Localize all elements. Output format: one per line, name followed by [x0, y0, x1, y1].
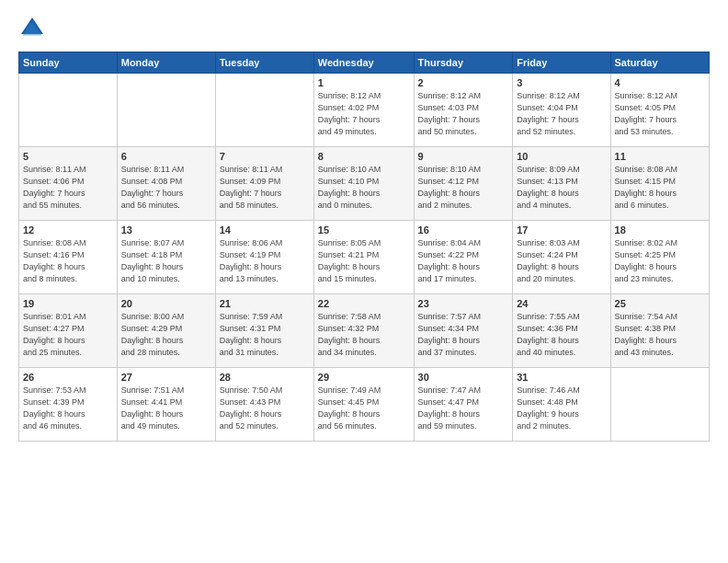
calendar-cell [19, 74, 118, 147]
day-info: Sunrise: 7:49 AMSunset: 4:45 PMDaylight:… [318, 385, 410, 432]
day-number: 12 [23, 224, 113, 236]
calendar-cell: 7Sunrise: 8:11 AMSunset: 4:09 PMDaylight… [215, 147, 313, 221]
calendar-cell: 17Sunrise: 8:03 AMSunset: 4:24 PMDayligh… [513, 221, 610, 294]
calendar-cell: 1Sunrise: 8:12 AMSunset: 4:02 PMDaylight… [313, 74, 414, 147]
day-number: 20 [121, 298, 211, 309]
day-info: Sunrise: 8:08 AMSunset: 4:16 PMDaylight:… [23, 237, 113, 285]
day-info: Sunrise: 7:46 AMSunset: 4:48 PMDaylight:… [517, 385, 606, 432]
day-number: 7 [220, 151, 310, 162]
calendar-cell: 6Sunrise: 8:11 AMSunset: 4:08 PMDaylight… [117, 147, 215, 221]
calendar-week-row: 1Sunrise: 8:12 AMSunset: 4:02 PMDaylight… [19, 74, 710, 147]
day-number: 8 [318, 151, 410, 162]
day-number: 2 [418, 77, 509, 88]
day-number: 30 [418, 372, 509, 383]
day-info: Sunrise: 8:11 AMSunset: 4:09 PMDaylight:… [220, 164, 310, 212]
calendar-cell: 19Sunrise: 8:01 AMSunset: 4:27 PMDayligh… [19, 294, 118, 368]
calendar-cell: 21Sunrise: 7:59 AMSunset: 4:31 PMDayligh… [215, 294, 313, 368]
day-info: Sunrise: 8:06 AMSunset: 4:19 PMDaylight:… [220, 237, 310, 285]
day-number: 26 [23, 372, 113, 383]
day-number: 31 [517, 372, 606, 383]
calendar-week-row: 19Sunrise: 8:01 AMSunset: 4:27 PMDayligh… [19, 294, 710, 368]
weekday-header: Wednesday [313, 52, 414, 74]
day-number: 17 [517, 224, 606, 236]
calendar-cell: 23Sunrise: 7:57 AMSunset: 4:34 PMDayligh… [414, 294, 513, 368]
calendar-week-row: 26Sunrise: 7:53 AMSunset: 4:39 PMDayligh… [19, 368, 710, 442]
day-number: 29 [318, 372, 410, 383]
calendar-cell [610, 368, 709, 442]
day-number: 3 [517, 77, 606, 88]
day-info: Sunrise: 8:03 AMSunset: 4:24 PMDaylight:… [517, 237, 606, 285]
day-number: 13 [121, 224, 211, 236]
calendar-cell: 30Sunrise: 7:47 AMSunset: 4:47 PMDayligh… [414, 368, 513, 442]
day-info: Sunrise: 7:50 AMSunset: 4:43 PMDaylight:… [220, 385, 310, 432]
day-info: Sunrise: 8:12 AMSunset: 4:03 PMDaylight:… [418, 90, 509, 138]
calendar-cell: 5Sunrise: 8:11 AMSunset: 4:06 PMDaylight… [19, 147, 118, 221]
day-info: Sunrise: 8:02 AMSunset: 4:25 PMDaylight:… [615, 237, 705, 285]
day-info: Sunrise: 7:55 AMSunset: 4:36 PMDaylight:… [517, 311, 606, 359]
calendar-table: SundayMondayTuesdayWednesdayThursdayFrid… [18, 52, 710, 442]
day-number: 5 [23, 151, 113, 162]
calendar-cell: 18Sunrise: 8:02 AMSunset: 4:25 PMDayligh… [610, 221, 709, 294]
day-info: Sunrise: 8:00 AMSunset: 4:29 PMDaylight:… [121, 311, 211, 359]
calendar-cell: 28Sunrise: 7:50 AMSunset: 4:43 PMDayligh… [215, 368, 313, 442]
day-info: Sunrise: 8:07 AMSunset: 4:18 PMDaylight:… [121, 237, 211, 285]
calendar-cell [117, 74, 215, 147]
day-number: 10 [517, 151, 606, 162]
day-number: 6 [121, 151, 211, 162]
day-info: Sunrise: 8:04 AMSunset: 4:22 PMDaylight:… [418, 237, 509, 285]
calendar-cell: 27Sunrise: 7:51 AMSunset: 4:41 PMDayligh… [117, 368, 215, 442]
day-info: Sunrise: 7:53 AMSunset: 4:39 PMDaylight:… [23, 385, 113, 432]
day-number: 21 [220, 298, 310, 309]
calendar-cell: 8Sunrise: 8:10 AMSunset: 4:10 PMDaylight… [313, 147, 414, 221]
header [18, 15, 710, 42]
day-info: Sunrise: 7:54 AMSunset: 4:38 PMDaylight:… [615, 311, 705, 359]
day-number: 24 [517, 298, 606, 309]
weekday-header: Saturday [610, 52, 709, 74]
calendar-cell: 29Sunrise: 7:49 AMSunset: 4:45 PMDayligh… [313, 368, 414, 442]
day-number: 23 [418, 298, 509, 309]
day-info: Sunrise: 8:12 AMSunset: 4:02 PMDaylight:… [318, 90, 410, 138]
weekday-header: Tuesday [215, 52, 313, 74]
day-info: Sunrise: 8:11 AMSunset: 4:06 PMDaylight:… [23, 164, 113, 212]
day-info: Sunrise: 8:05 AMSunset: 4:21 PMDaylight:… [318, 237, 410, 285]
calendar-cell: 26Sunrise: 7:53 AMSunset: 4:39 PMDayligh… [19, 368, 118, 442]
calendar-cell: 25Sunrise: 7:54 AMSunset: 4:38 PMDayligh… [610, 294, 709, 368]
calendar-cell: 3Sunrise: 8:12 AMSunset: 4:04 PMDaylight… [513, 74, 610, 147]
day-info: Sunrise: 7:59 AMSunset: 4:31 PMDaylight:… [220, 311, 310, 359]
day-number: 27 [121, 372, 211, 383]
day-info: Sunrise: 7:51 AMSunset: 4:41 PMDaylight:… [121, 385, 211, 432]
calendar-cell: 11Sunrise: 8:08 AMSunset: 4:15 PMDayligh… [610, 147, 709, 221]
calendar-cell: 10Sunrise: 8:09 AMSunset: 4:13 PMDayligh… [513, 147, 610, 221]
calendar-week-row: 5Sunrise: 8:11 AMSunset: 4:06 PMDaylight… [19, 147, 710, 221]
calendar-cell: 16Sunrise: 8:04 AMSunset: 4:22 PMDayligh… [414, 221, 513, 294]
page: SundayMondayTuesdayWednesdayThursdayFrid… [0, 0, 728, 451]
calendar-cell: 20Sunrise: 8:00 AMSunset: 4:29 PMDayligh… [117, 294, 215, 368]
calendar-cell: 9Sunrise: 8:10 AMSunset: 4:12 PMDaylight… [414, 147, 513, 221]
day-info: Sunrise: 8:10 AMSunset: 4:10 PMDaylight:… [318, 164, 410, 212]
day-info: Sunrise: 8:12 AMSunset: 4:05 PMDaylight:… [615, 90, 705, 138]
day-info: Sunrise: 7:47 AMSunset: 4:47 PMDaylight:… [418, 385, 509, 432]
day-number: 1 [318, 77, 410, 88]
day-number: 14 [220, 224, 310, 236]
weekday-header: Thursday [414, 52, 513, 74]
day-number: 19 [23, 298, 113, 309]
day-number: 25 [615, 298, 705, 309]
calendar-cell: 24Sunrise: 7:55 AMSunset: 4:36 PMDayligh… [513, 294, 610, 368]
day-info: Sunrise: 8:09 AMSunset: 4:13 PMDaylight:… [517, 164, 606, 212]
day-info: Sunrise: 8:08 AMSunset: 4:15 PMDaylight:… [615, 164, 705, 212]
day-number: 11 [615, 151, 705, 162]
calendar-cell: 15Sunrise: 8:05 AMSunset: 4:21 PMDayligh… [313, 221, 414, 294]
weekday-header: Monday [117, 52, 215, 74]
day-number: 16 [418, 224, 509, 236]
calendar-cell: 31Sunrise: 7:46 AMSunset: 4:48 PMDayligh… [513, 368, 610, 442]
calendar-cell [215, 74, 313, 147]
calendar-cell: 14Sunrise: 8:06 AMSunset: 4:19 PMDayligh… [215, 221, 313, 294]
calendar-cell: 12Sunrise: 8:08 AMSunset: 4:16 PMDayligh… [19, 221, 118, 294]
weekday-header: Friday [513, 52, 610, 74]
day-number: 9 [418, 151, 509, 162]
day-info: Sunrise: 8:12 AMSunset: 4:04 PMDaylight:… [517, 90, 606, 138]
calendar-cell: 13Sunrise: 8:07 AMSunset: 4:18 PMDayligh… [117, 221, 215, 294]
logo-icon [18, 15, 46, 42]
logo [18, 15, 50, 42]
day-info: Sunrise: 7:57 AMSunset: 4:34 PMDaylight:… [418, 311, 509, 359]
